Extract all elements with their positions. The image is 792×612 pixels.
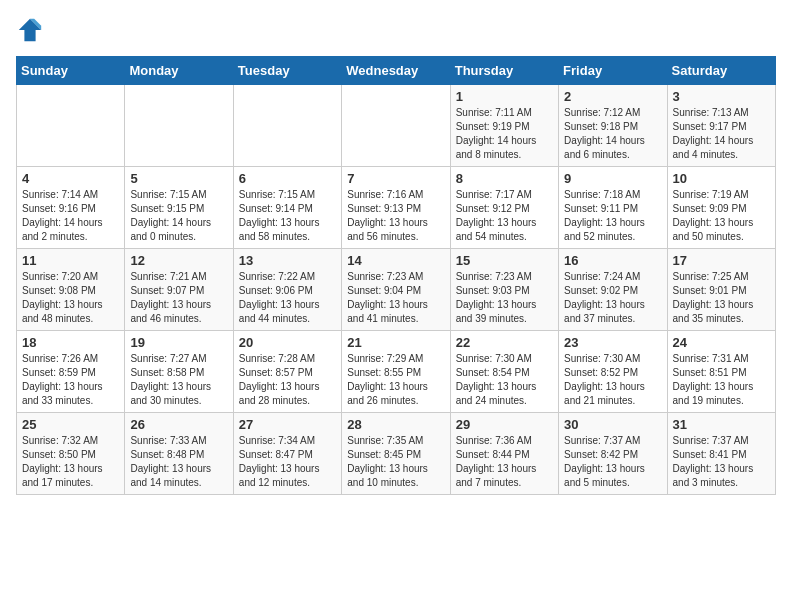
day-number: 6 xyxy=(239,171,336,186)
day-info: Sunrise: 7:30 AM Sunset: 8:54 PM Dayligh… xyxy=(456,352,553,408)
day-info: Sunrise: 7:22 AM Sunset: 9:06 PM Dayligh… xyxy=(239,270,336,326)
day-number: 14 xyxy=(347,253,444,268)
day-info: Sunrise: 7:23 AM Sunset: 9:04 PM Dayligh… xyxy=(347,270,444,326)
calendar-cell: 20Sunrise: 7:28 AM Sunset: 8:57 PM Dayli… xyxy=(233,331,341,413)
calendar-week-1: 1Sunrise: 7:11 AM Sunset: 9:19 PM Daylig… xyxy=(17,85,776,167)
calendar-cell: 27Sunrise: 7:34 AM Sunset: 8:47 PM Dayli… xyxy=(233,413,341,495)
calendar-cell: 7Sunrise: 7:16 AM Sunset: 9:13 PM Daylig… xyxy=(342,167,450,249)
day-number: 12 xyxy=(130,253,227,268)
calendar-cell: 2Sunrise: 7:12 AM Sunset: 9:18 PM Daylig… xyxy=(559,85,667,167)
calendar-cell xyxy=(233,85,341,167)
day-number: 5 xyxy=(130,171,227,186)
calendar-header-row: SundayMondayTuesdayWednesdayThursdayFrid… xyxy=(17,57,776,85)
day-info: Sunrise: 7:34 AM Sunset: 8:47 PM Dayligh… xyxy=(239,434,336,490)
calendar: SundayMondayTuesdayWednesdayThursdayFrid… xyxy=(16,56,776,495)
calendar-cell: 15Sunrise: 7:23 AM Sunset: 9:03 PM Dayli… xyxy=(450,249,558,331)
day-number: 3 xyxy=(673,89,770,104)
calendar-week-5: 25Sunrise: 7:32 AM Sunset: 8:50 PM Dayli… xyxy=(17,413,776,495)
calendar-cell: 31Sunrise: 7:37 AM Sunset: 8:41 PM Dayli… xyxy=(667,413,775,495)
day-number: 29 xyxy=(456,417,553,432)
day-number: 25 xyxy=(22,417,119,432)
day-info: Sunrise: 7:25 AM Sunset: 9:01 PM Dayligh… xyxy=(673,270,770,326)
calendar-cell: 14Sunrise: 7:23 AM Sunset: 9:04 PM Dayli… xyxy=(342,249,450,331)
calendar-cell: 11Sunrise: 7:20 AM Sunset: 9:08 PM Dayli… xyxy=(17,249,125,331)
day-info: Sunrise: 7:32 AM Sunset: 8:50 PM Dayligh… xyxy=(22,434,119,490)
day-number: 27 xyxy=(239,417,336,432)
calendar-cell: 28Sunrise: 7:35 AM Sunset: 8:45 PM Dayli… xyxy=(342,413,450,495)
day-info: Sunrise: 7:19 AM Sunset: 9:09 PM Dayligh… xyxy=(673,188,770,244)
header xyxy=(16,16,776,44)
day-info: Sunrise: 7:16 AM Sunset: 9:13 PM Dayligh… xyxy=(347,188,444,244)
calendar-cell: 3Sunrise: 7:13 AM Sunset: 9:17 PM Daylig… xyxy=(667,85,775,167)
day-info: Sunrise: 7:28 AM Sunset: 8:57 PM Dayligh… xyxy=(239,352,336,408)
logo-icon xyxy=(16,16,44,44)
day-number: 18 xyxy=(22,335,119,350)
day-number: 11 xyxy=(22,253,119,268)
day-info: Sunrise: 7:27 AM Sunset: 8:58 PM Dayligh… xyxy=(130,352,227,408)
calendar-week-3: 11Sunrise: 7:20 AM Sunset: 9:08 PM Dayli… xyxy=(17,249,776,331)
day-number: 31 xyxy=(673,417,770,432)
day-number: 2 xyxy=(564,89,661,104)
day-number: 8 xyxy=(456,171,553,186)
day-number: 7 xyxy=(347,171,444,186)
day-number: 16 xyxy=(564,253,661,268)
calendar-cell: 18Sunrise: 7:26 AM Sunset: 8:59 PM Dayli… xyxy=(17,331,125,413)
calendar-cell: 12Sunrise: 7:21 AM Sunset: 9:07 PM Dayli… xyxy=(125,249,233,331)
calendar-cell xyxy=(342,85,450,167)
day-info: Sunrise: 7:14 AM Sunset: 9:16 PM Dayligh… xyxy=(22,188,119,244)
day-info: Sunrise: 7:30 AM Sunset: 8:52 PM Dayligh… xyxy=(564,352,661,408)
calendar-cell: 23Sunrise: 7:30 AM Sunset: 8:52 PM Dayli… xyxy=(559,331,667,413)
calendar-cell: 4Sunrise: 7:14 AM Sunset: 9:16 PM Daylig… xyxy=(17,167,125,249)
day-info: Sunrise: 7:18 AM Sunset: 9:11 PM Dayligh… xyxy=(564,188,661,244)
day-number: 4 xyxy=(22,171,119,186)
day-info: Sunrise: 7:17 AM Sunset: 9:12 PM Dayligh… xyxy=(456,188,553,244)
day-info: Sunrise: 7:13 AM Sunset: 9:17 PM Dayligh… xyxy=(673,106,770,162)
day-info: Sunrise: 7:12 AM Sunset: 9:18 PM Dayligh… xyxy=(564,106,661,162)
day-number: 10 xyxy=(673,171,770,186)
day-number: 28 xyxy=(347,417,444,432)
calendar-cell: 29Sunrise: 7:36 AM Sunset: 8:44 PM Dayli… xyxy=(450,413,558,495)
column-header-monday: Monday xyxy=(125,57,233,85)
day-number: 9 xyxy=(564,171,661,186)
calendar-cell xyxy=(125,85,233,167)
column-header-friday: Friday xyxy=(559,57,667,85)
day-info: Sunrise: 7:29 AM Sunset: 8:55 PM Dayligh… xyxy=(347,352,444,408)
logo xyxy=(16,16,48,44)
day-info: Sunrise: 7:23 AM Sunset: 9:03 PM Dayligh… xyxy=(456,270,553,326)
calendar-cell: 8Sunrise: 7:17 AM Sunset: 9:12 PM Daylig… xyxy=(450,167,558,249)
column-header-thursday: Thursday xyxy=(450,57,558,85)
day-number: 20 xyxy=(239,335,336,350)
calendar-cell: 24Sunrise: 7:31 AM Sunset: 8:51 PM Dayli… xyxy=(667,331,775,413)
day-info: Sunrise: 7:37 AM Sunset: 8:42 PM Dayligh… xyxy=(564,434,661,490)
calendar-cell: 25Sunrise: 7:32 AM Sunset: 8:50 PM Dayli… xyxy=(17,413,125,495)
calendar-cell: 10Sunrise: 7:19 AM Sunset: 9:09 PM Dayli… xyxy=(667,167,775,249)
day-info: Sunrise: 7:24 AM Sunset: 9:02 PM Dayligh… xyxy=(564,270,661,326)
day-number: 17 xyxy=(673,253,770,268)
day-number: 24 xyxy=(673,335,770,350)
column-header-saturday: Saturday xyxy=(667,57,775,85)
day-number: 15 xyxy=(456,253,553,268)
day-info: Sunrise: 7:15 AM Sunset: 9:14 PM Dayligh… xyxy=(239,188,336,244)
day-info: Sunrise: 7:37 AM Sunset: 8:41 PM Dayligh… xyxy=(673,434,770,490)
calendar-cell: 30Sunrise: 7:37 AM Sunset: 8:42 PM Dayli… xyxy=(559,413,667,495)
column-header-sunday: Sunday xyxy=(17,57,125,85)
day-info: Sunrise: 7:20 AM Sunset: 9:08 PM Dayligh… xyxy=(22,270,119,326)
day-number: 21 xyxy=(347,335,444,350)
calendar-cell: 6Sunrise: 7:15 AM Sunset: 9:14 PM Daylig… xyxy=(233,167,341,249)
calendar-cell: 1Sunrise: 7:11 AM Sunset: 9:19 PM Daylig… xyxy=(450,85,558,167)
svg-marker-0 xyxy=(19,19,41,41)
day-number: 19 xyxy=(130,335,227,350)
day-info: Sunrise: 7:26 AM Sunset: 8:59 PM Dayligh… xyxy=(22,352,119,408)
calendar-cell: 17Sunrise: 7:25 AM Sunset: 9:01 PM Dayli… xyxy=(667,249,775,331)
day-info: Sunrise: 7:31 AM Sunset: 8:51 PM Dayligh… xyxy=(673,352,770,408)
day-info: Sunrise: 7:15 AM Sunset: 9:15 PM Dayligh… xyxy=(130,188,227,244)
column-header-tuesday: Tuesday xyxy=(233,57,341,85)
day-info: Sunrise: 7:33 AM Sunset: 8:48 PM Dayligh… xyxy=(130,434,227,490)
day-number: 23 xyxy=(564,335,661,350)
calendar-cell: 21Sunrise: 7:29 AM Sunset: 8:55 PM Dayli… xyxy=(342,331,450,413)
day-info: Sunrise: 7:36 AM Sunset: 8:44 PM Dayligh… xyxy=(456,434,553,490)
day-info: Sunrise: 7:11 AM Sunset: 9:19 PM Dayligh… xyxy=(456,106,553,162)
day-number: 1 xyxy=(456,89,553,104)
calendar-cell: 26Sunrise: 7:33 AM Sunset: 8:48 PM Dayli… xyxy=(125,413,233,495)
day-number: 22 xyxy=(456,335,553,350)
